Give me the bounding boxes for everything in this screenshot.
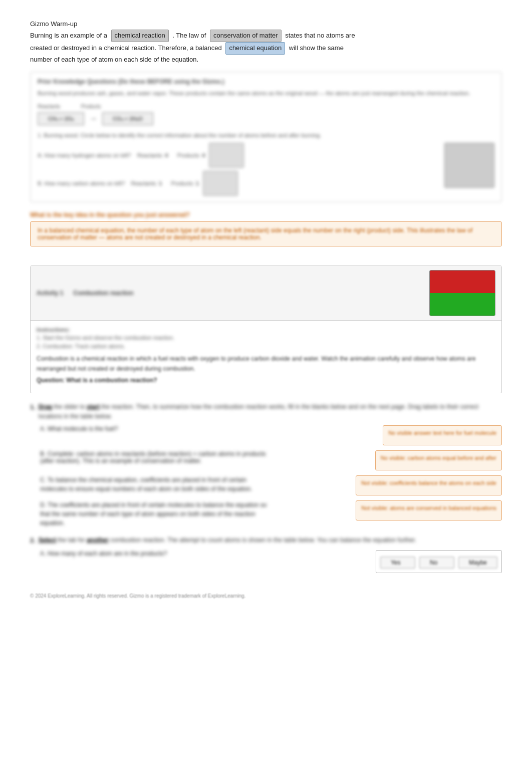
q1-answer-d: Not visible: atoms are conserved in bala… [356, 500, 502, 520]
prior-knowledge-header: Prior Knowledge Questions (Do these BEFO… [38, 78, 494, 85]
activity1-questions-section: 1. Drag the slider to start the reaction… [30, 402, 502, 573]
intro-line1-post: states that no atoms are [285, 32, 355, 39]
q1-answer-c-text: Not visible: coefficients balance the at… [361, 480, 496, 486]
q2-stem: 2. Select the tab for another combustion… [30, 536, 502, 546]
q1-sub-d: D. The coefficients are placed in front … [40, 500, 502, 528]
prior-knowledge-body: Burning wood produces ash, gases, and wa… [38, 89, 494, 196]
q2-sub-a: A. How many of each atom are in the prod… [40, 550, 502, 573]
activity1-description: Combustion is a chemical reaction in whi… [37, 354, 495, 373]
q2-subquestions: A. How many of each atom are in the prod… [40, 550, 502, 573]
warmup-title: Gizmo Warm-up [30, 20, 502, 28]
q2-text: Select the tab for another combustion re… [39, 536, 416, 546]
q1-sub-c: C. To balance the chemical equation, coe… [40, 475, 502, 495]
q1-sub-a: A. What molecule is the fuel? No visible… [40, 425, 502, 445]
intro-line1-pre: Burning is an example of a [30, 32, 107, 39]
q1-answer-b-text: No visible: carbon atoms equal before an… [381, 455, 496, 461]
footer-text: © 2024 ExploreLearning. All rights reser… [30, 593, 502, 599]
activity1-header: Activity 1 Combustion reaction [31, 266, 501, 321]
highlight-chemical-reaction: chemical reaction [111, 30, 169, 42]
activity1-instructions: Instructions: 1. Start the Gizmo and obs… [37, 326, 495, 351]
q1-sub-a-text: A. What molecule is the fuel? [40, 425, 383, 432]
key-idea-answer-text: In a balanced chemical equation, the num… [38, 227, 494, 241]
q1-answer-d-text: Not visible: atoms are conserved in bala… [361, 505, 496, 511]
prior-knowledge-section: Prior Knowledge Questions (Do these BEFO… [30, 72, 502, 202]
intro-line2-post: will show the same [289, 44, 344, 52]
activity1-body: Instructions: 1. Start the Gizmo and obs… [31, 321, 501, 393]
activity1-image [429, 270, 495, 316]
answer-cell-1: Yes [380, 557, 415, 569]
answer-cell-3: Maybe [458, 557, 497, 569]
q2-number: 2. [30, 536, 36, 546]
intro-line3: number of each type of atom on each side… [30, 56, 198, 63]
question-2: 2. Select the tab for another combustion… [30, 536, 502, 573]
q1-sub-b: B. Complete: carbon atoms in reactants (… [40, 450, 502, 470]
activity1-container: Activity 1 Combustion reaction Instructi… [30, 266, 502, 393]
q2-sub-a-text: A. How many of each atom are in the prod… [40, 550, 376, 557]
q1-answer-c: Not visible: coefficients balance the at… [356, 475, 502, 495]
question-1: 1. Drag the slider to start the reaction… [30, 402, 502, 528]
title-text: Gizmo Warm-up [30, 20, 77, 28]
q1-answer-a: No visible answer text here for fuel mol… [383, 425, 502, 445]
answer-cells-row: Yes No Maybe [380, 557, 497, 569]
q1-answer-b: No visible: carbon atoms equal before an… [375, 450, 502, 470]
intro-line2-pre: created or destroyed in a chemical react… [30, 44, 222, 52]
q1-text: Drag the slider to start the reaction. T… [39, 402, 502, 421]
highlight-chemical-equation: chemical equation [225, 42, 285, 55]
activity1-question-header: Question: What is a combustion reaction? [37, 377, 495, 384]
intro-paragraph: Burning is an example of a chemical reac… [30, 30, 502, 65]
q2-answer-table: Yes No Maybe [376, 550, 502, 573]
intro-line1-mid: . The law of [172, 32, 206, 39]
q1-sub-b-text: B. Complete: carbon atoms in reactants (… [40, 450, 271, 464]
highlight-conservation: conservation of matter [210, 30, 282, 42]
q1-sub-c-text: C. To balance the chemical equation, coe… [40, 475, 271, 493]
key-idea-question: What is the key idea in the question you… [30, 211, 502, 218]
answer-cell-2: No [419, 557, 454, 569]
key-idea-answer-box: In a balanced chemical equation, the num… [30, 221, 502, 246]
key-idea-section: What is the key idea in the question you… [30, 211, 502, 246]
q1-sub-d-text: D. The coefficients are placed in front … [40, 500, 271, 528]
q1-subquestions: A. What molecule is the fuel? No visible… [40, 425, 502, 528]
q1-stem: 1. Drag the slider to start the reaction… [30, 402, 502, 421]
q1-answer-a-text: No visible answer text here for fuel mol… [388, 430, 496, 436]
q1-number: 1. [30, 402, 36, 421]
activity1-title: Activity 1 Combustion reaction [37, 290, 133, 297]
